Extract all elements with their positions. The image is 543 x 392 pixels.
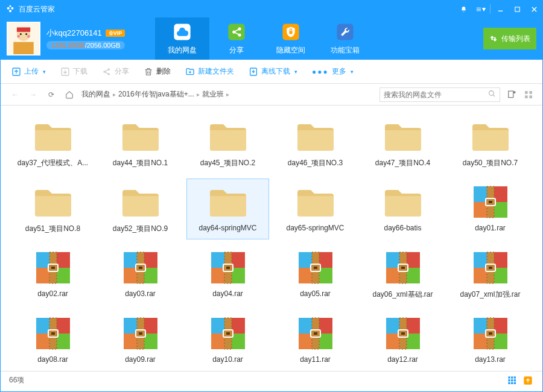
new-folder-button[interactable]: 新建文件夹 [185, 66, 234, 77]
file-item[interactable]: day11.rar [274, 310, 357, 369]
svg-rect-81 [314, 267, 317, 269]
file-item[interactable]: day51_项目NO.8 [11, 179, 94, 239]
file-item[interactable]: day04.rar [186, 244, 269, 305]
search-icon[interactable] [488, 90, 496, 100]
file-name: day03.rar [125, 289, 156, 298]
file-name: day47_项目NO.4 [375, 158, 430, 168]
crumb-1[interactable]: 2016年传智java基础+... [118, 89, 194, 100]
share-button[interactable]: 分享 [102, 66, 129, 77]
folder-icon [294, 118, 337, 154]
file-item[interactable]: day64-springMVC [186, 179, 269, 239]
crumb-root[interactable]: 我的网盘 [81, 89, 110, 100]
archive-icon [381, 250, 425, 286]
file-name: day37_代理模式、A... [17, 158, 88, 168]
tab-toolbox[interactable]: 功能宝箱 [318, 17, 372, 60]
download-button[interactable]: 下载 [60, 66, 87, 77]
svg-rect-121 [226, 332, 230, 335]
transfer-list-button[interactable]: 传输列表 [483, 28, 536, 49]
header: 小kqq22706141 ♔VIP 1330.05GB/2056.00GB 我的… [1, 17, 542, 60]
file-name: day07_xml加强.rar [460, 289, 520, 300]
archive-icon [469, 315, 512, 352]
file-item[interactable]: day07_xml加强.rar [449, 244, 532, 305]
back-button[interactable]: ← [9, 89, 21, 101]
folder-icon [381, 118, 425, 154]
svg-rect-105 [51, 332, 55, 335]
file-item[interactable]: day05.rar [274, 244, 357, 305]
search-input[interactable] [384, 90, 488, 99]
file-item[interactable]: day06_xml基础.rar [361, 244, 444, 305]
file-name: day50_项目NO.7 [463, 158, 518, 168]
svg-rect-89 [401, 267, 405, 269]
archive-icon [294, 250, 337, 286]
svg-rect-148 [514, 376, 516, 378]
file-item[interactable]: day10.rar [186, 310, 269, 369]
file-name: day04.rar [212, 289, 243, 298]
file-name: day66-batis [384, 224, 421, 232]
file-item[interactable]: day50_项目NO.7 [449, 113, 532, 174]
file-name: day11.rar [300, 355, 331, 364]
file-item[interactable]: day09.rar [99, 310, 182, 369]
crumb-2[interactable]: 就业班 [202, 89, 224, 100]
file-name: day06_xml基础.rar [372, 289, 433, 300]
file-item[interactable]: day37_代理模式、A... [11, 113, 94, 174]
refresh-button[interactable]: ⟳ [45, 89, 57, 101]
forward-button[interactable]: → [27, 89, 39, 101]
file-item[interactable]: day47_项目NO.4 [361, 113, 444, 174]
archive-icon [119, 250, 162, 286]
maximize-button[interactable] [509, 1, 526, 17]
user-info: 小kqq22706141 ♔VIP 1330.05GB/2056.00GB [46, 28, 125, 49]
archive-icon [294, 315, 337, 352]
svg-point-1 [11, 7, 13, 10]
tab-mydisk[interactable]: 我的网盘 [155, 17, 209, 60]
file-name: day09.rar [125, 355, 156, 364]
breadcrumb: 我的网盘 ▸ 2016年传智java基础+... ▸ 就业班 ▸ [81, 89, 373, 100]
upload-button[interactable]: 上传▾ [11, 66, 46, 77]
file-item[interactable]: day08.rar [11, 310, 94, 369]
file-item[interactable]: day44_项目NO.1 [99, 113, 182, 174]
tab-share[interactable]: 分享 [209, 17, 264, 60]
file-item[interactable]: day52_项目NO.9 [99, 179, 182, 239]
svg-rect-36 [509, 91, 513, 98]
svg-rect-49 [489, 201, 492, 203]
close-button[interactable] [526, 1, 542, 17]
archive-icon [31, 250, 75, 286]
svg-rect-38 [525, 91, 528, 94]
file-item[interactable]: day03.rar [99, 244, 182, 305]
svg-rect-41 [529, 95, 532, 98]
notification-icon[interactable] [455, 1, 472, 17]
upload-status-icon[interactable] [522, 375, 534, 387]
file-item[interactable]: day13.rar [449, 310, 532, 369]
file-item[interactable]: day46_项目NO.3 [274, 113, 357, 174]
svg-point-0 [7, 7, 10, 10]
file-item[interactable]: day45_项目NO.2 [186, 113, 269, 174]
file-item[interactable]: day12.rar [361, 310, 444, 369]
filter-icon[interactable] [506, 89, 517, 100]
folder-icon [381, 184, 425, 220]
file-item[interactable]: day65-springMVC [274, 179, 357, 239]
svg-point-12 [25, 33, 27, 35]
minimize-button[interactable] [492, 1, 509, 17]
username: 小kqq22706141 [46, 28, 102, 39]
delete-button[interactable]: 删除 [144, 66, 171, 77]
archive-icon [31, 315, 75, 352]
more-button[interactable]: ●●● 更多▾ [312, 66, 354, 77]
tab-hidden[interactable]: 隐藏空间 [264, 17, 318, 60]
archive-icon [206, 250, 250, 286]
svg-point-11 [20, 33, 22, 35]
file-item[interactable]: day66-batis [361, 179, 444, 239]
svg-rect-152 [508, 382, 510, 384]
menu-dropdown-icon[interactable]: ▾ [472, 1, 489, 17]
file-name: day10.rar [212, 355, 243, 364]
search-box[interactable] [379, 87, 500, 102]
svg-point-14 [27, 35, 30, 38]
folder-icon [119, 184, 162, 220]
grid-view-icon[interactable] [506, 375, 518, 387]
offline-download-button[interactable]: 离线下载▾ [249, 66, 297, 77]
home-icon[interactable] [63, 89, 75, 101]
file-item[interactable]: day01.rar [449, 179, 532, 239]
file-name: day51_项目NO.8 [25, 224, 80, 234]
view-grid-icon[interactable] [523, 89, 534, 100]
file-item[interactable]: day02.rar [11, 244, 94, 305]
avatar[interactable] [7, 22, 40, 55]
archive-icon [469, 250, 512, 286]
